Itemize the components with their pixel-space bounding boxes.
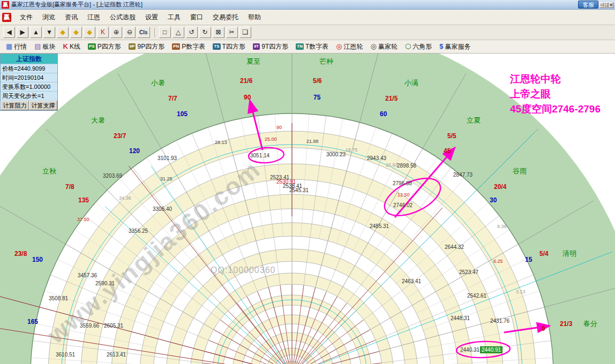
- wheel-label: 12.50: [398, 193, 410, 198]
- annotation-line-2: 上帝之眼: [510, 87, 601, 102]
- wheel-label: 28.13: [215, 140, 227, 146]
- wheel-label: 5/4: [539, 251, 549, 257]
- panel-title: 上证指数: [1, 54, 57, 64]
- wheel-label: 2847.73: [453, 172, 472, 178]
- ribbon-winner-wheel-icon: ◎: [371, 43, 377, 50]
- view-toolbar: ▦行情▤板块KK线PSP四方形9P9P四方形PNP数字表TST四方形9T9T四方…: [0, 40, 615, 54]
- annotation-line-1: 江恩轮中轮: [510, 72, 601, 87]
- ribbon-p-number-table[interactable]: PNP数字表: [168, 41, 209, 52]
- cut-tool[interactable]: ✂: [226, 27, 238, 38]
- wheel-label: 3356.25: [129, 228, 148, 234]
- wheel-label: 90: [276, 125, 282, 131]
- titlebar: 赢 赢家江恩专业版[赢家服务平台] - [上证指数 江恩轮] 客服 ─☐✕: [0, 0, 615, 10]
- pointer-up-button[interactable]: ▲: [30, 27, 42, 38]
- menu-news[interactable]: 资讯: [60, 11, 82, 23]
- zoom-in-button[interactable]: ⊕: [110, 27, 122, 38]
- menu-formula-stock-pick[interactable]: 公式选股: [105, 11, 140, 23]
- maximize-button[interactable]: ☐: [604, 2, 609, 8]
- calc-resistance-button[interactable]: 计算阻力: [1, 101, 29, 110]
- ribbon-p-number-table-icon: PN: [172, 43, 180, 50]
- kline-button[interactable]: K: [97, 27, 109, 38]
- clear-button[interactable]: Cls: [137, 27, 150, 38]
- wheel-label: 6.25: [493, 259, 503, 264]
- ribbon-hexagon-icon: ⬡: [405, 43, 411, 50]
- minimize-button[interactable]: ─: [599, 2, 604, 8]
- menu-trade-order[interactable]: 交易委托: [208, 11, 243, 23]
- customer-service-button[interactable]: 客服: [578, 1, 598, 9]
- ribbon-9t-square[interactable]: 9T9T四方形: [249, 41, 292, 52]
- wheel-label: 0: [542, 325, 545, 332]
- menu-settings[interactable]: 设置: [140, 11, 163, 23]
- zoom-out-button[interactable]: ⊖: [124, 27, 136, 38]
- ribbon-quotes[interactable]: ▦行情: [2, 41, 31, 52]
- ribbon-p-square[interactable]: PSP四方形: [84, 41, 125, 52]
- triangle-tool[interactable]: △: [172, 27, 184, 38]
- diamond-tool-1[interactable]: ◆: [57, 27, 69, 38]
- ribbon-gann-wheel[interactable]: ◎江恩轮: [332, 41, 366, 52]
- wheel-label: 2448.31: [451, 315, 470, 321]
- wheel-label: 25.00: [265, 137, 277, 142]
- diamond-tool-2[interactable]: ◆: [70, 27, 82, 38]
- menu-help[interactable]: 帮助: [243, 11, 266, 23]
- ribbon-kline-label: K线: [70, 42, 80, 51]
- ribbon-9t-square-label: 9T四方形: [261, 42, 288, 51]
- magenta-annotation-text: 江恩轮中轮 上帝之眼 45度空间2746-2796: [510, 72, 601, 117]
- menu-window[interactable]: 窗口: [185, 11, 208, 23]
- index-parameter-panel: 上证指数 价格=2440.9099时间=20190104变换系数=1.00000…: [0, 54, 58, 111]
- wheel-label: 23/7: [114, 133, 126, 140]
- close-button[interactable]: ✕: [609, 2, 613, 8]
- wheel-label: 165: [27, 318, 38, 325]
- wheel-label: 21/5: [385, 95, 398, 102]
- ribbon-sectors[interactable]: ▤板块: [31, 41, 59, 52]
- menu-gann[interactable]: 江恩: [82, 11, 105, 23]
- wheel-label: 2746.02: [393, 202, 412, 208]
- wheel-label: 9.38: [497, 224, 507, 230]
- forward-button[interactable]: ▶: [17, 27, 28, 38]
- delete-tool[interactable]: ⊠: [213, 27, 224, 38]
- ribbon-hexagon[interactable]: ⬡六角形: [401, 41, 436, 52]
- wheel-label: 20/4: [494, 184, 506, 191]
- wheel-label: 3101.93: [158, 155, 177, 161]
- ribbon-winner-service[interactable]: $赢家服务: [436, 41, 474, 52]
- ribbon-9p-square[interactable]: 9P9P四方形: [125, 41, 168, 52]
- wheel-label: 15: [525, 256, 532, 263]
- wheel-label: 夏至: [246, 58, 260, 65]
- wheel-label: 2431.76: [490, 318, 509, 324]
- menu-view[interactable]: 浏览: [38, 11, 60, 23]
- ribbon-sectors-label: 板块: [43, 42, 56, 51]
- ribbon-9p-square-icon: 9P: [129, 43, 136, 50]
- rotate-cw-tool[interactable]: ↻: [199, 27, 211, 38]
- calc-support-button[interactable]: 计算支撑: [29, 101, 57, 110]
- wheel-label: 芒种: [319, 58, 333, 65]
- ribbon-kline-icon: K: [63, 43, 68, 50]
- menu-file[interactable]: 文件: [15, 11, 38, 23]
- ribbon-winner-wheel[interactable]: ◎赢家轮: [367, 41, 401, 52]
- panel-row: 价格=2440.9099: [1, 64, 57, 73]
- ribbon-kline[interactable]: KK线: [59, 41, 84, 52]
- ribbon-t-number-table[interactable]: TNT数字表: [292, 41, 332, 52]
- comment-tool[interactable]: ❏: [239, 27, 251, 38]
- ribbon-quotes-icon: ▦: [6, 43, 12, 50]
- wheel-label: 2440.31: [460, 347, 479, 353]
- wheel-label: 3457.36: [78, 272, 97, 278]
- rotate-ccw-tool[interactable]: ↺: [186, 27, 198, 38]
- diamond-tool-3[interactable]: ◆: [84, 27, 95, 38]
- watermark-qq: QQ:100000360: [211, 266, 275, 275]
- app-logo-icon: 赢: [2, 1, 9, 9]
- wheel-label: 2545.31: [289, 187, 309, 193]
- ribbon-sectors-icon: ▤: [34, 43, 41, 50]
- wheel-label: 45: [444, 148, 451, 155]
- rectangle-tool[interactable]: □: [159, 27, 171, 38]
- wheel-label: 2613.41: [107, 352, 126, 358]
- menu-tools[interactable]: 工具: [163, 11, 185, 23]
- wheel-label: 3203.69: [103, 173, 122, 179]
- ribbon-p-square-label: P四方形: [98, 42, 121, 51]
- app-window: 赢 赢家江恩专业版[赢家服务平台] - [上证指数 江恩轮] 客服 ─☐✕ 赢 …: [0, 0, 615, 364]
- ribbon-t-square[interactable]: TST四方形: [209, 41, 249, 52]
- wheel-label: 18.75: [346, 148, 358, 153]
- wheel-label: 5/5: [447, 133, 456, 140]
- back-button[interactable]: ◀: [3, 27, 15, 38]
- pointer-down-button[interactable]: ▼: [43, 27, 55, 38]
- wheel-label: 2943.43: [367, 155, 386, 161]
- wheel-label: 105: [177, 111, 188, 118]
